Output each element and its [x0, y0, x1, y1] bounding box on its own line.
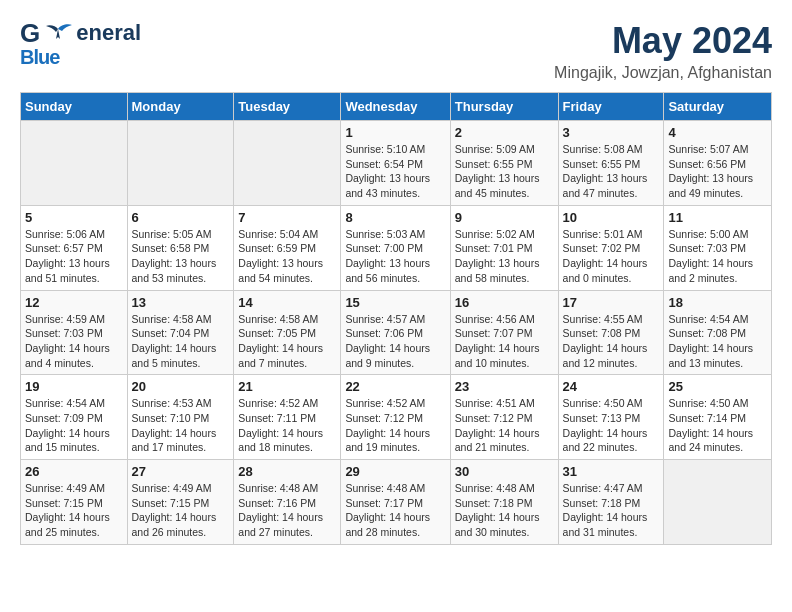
day-info: Sunrise: 4:49 AMSunset: 7:15 PMDaylight:…: [25, 481, 123, 540]
table-row: 29Sunrise: 4:48 AMSunset: 7:17 PMDayligh…: [341, 460, 450, 545]
day-number: 11: [668, 210, 767, 225]
day-number: 13: [132, 295, 230, 310]
table-row: [21, 121, 128, 206]
day-info: Sunrise: 5:03 AMSunset: 7:00 PMDaylight:…: [345, 227, 445, 286]
day-info: Sunrise: 4:55 AMSunset: 7:08 PMDaylight:…: [563, 312, 660, 371]
header-friday: Friday: [558, 93, 664, 121]
calendar-week-row: 5Sunrise: 5:06 AMSunset: 6:57 PMDaylight…: [21, 205, 772, 290]
day-info: Sunrise: 4:58 AMSunset: 7:04 PMDaylight:…: [132, 312, 230, 371]
logo-blue-text: Blue: [20, 46, 59, 69]
day-info: Sunrise: 4:48 AMSunset: 7:18 PMDaylight:…: [455, 481, 554, 540]
logo-bird-icon: [42, 21, 74, 45]
day-number: 28: [238, 464, 336, 479]
day-number: 8: [345, 210, 445, 225]
day-info: Sunrise: 4:51 AMSunset: 7:12 PMDaylight:…: [455, 396, 554, 455]
day-info: Sunrise: 5:10 AMSunset: 6:54 PMDaylight:…: [345, 142, 445, 201]
day-info: Sunrise: 5:04 AMSunset: 6:59 PMDaylight:…: [238, 227, 336, 286]
day-info: Sunrise: 4:58 AMSunset: 7:05 PMDaylight:…: [238, 312, 336, 371]
table-row: 10Sunrise: 5:01 AMSunset: 7:02 PMDayligh…: [558, 205, 664, 290]
header-tuesday: Tuesday: [234, 93, 341, 121]
day-number: 2: [455, 125, 554, 140]
calendar-week-row: 12Sunrise: 4:59 AMSunset: 7:03 PMDayligh…: [21, 290, 772, 375]
table-row: 21Sunrise: 4:52 AMSunset: 7:11 PMDayligh…: [234, 375, 341, 460]
table-row: 31Sunrise: 4:47 AMSunset: 7:18 PMDayligh…: [558, 460, 664, 545]
table-row: 20Sunrise: 4:53 AMSunset: 7:10 PMDayligh…: [127, 375, 234, 460]
calendar-header-row: Sunday Monday Tuesday Wednesday Thursday…: [21, 93, 772, 121]
day-info: Sunrise: 4:50 AMSunset: 7:14 PMDaylight:…: [668, 396, 767, 455]
day-info: Sunrise: 4:49 AMSunset: 7:15 PMDaylight:…: [132, 481, 230, 540]
day-info: Sunrise: 5:00 AMSunset: 7:03 PMDaylight:…: [668, 227, 767, 286]
header-monday: Monday: [127, 93, 234, 121]
calendar-week-row: 19Sunrise: 4:54 AMSunset: 7:09 PMDayligh…: [21, 375, 772, 460]
day-number: 14: [238, 295, 336, 310]
table-row: 18Sunrise: 4:54 AMSunset: 7:08 PMDayligh…: [664, 290, 772, 375]
day-number: 5: [25, 210, 123, 225]
day-number: 26: [25, 464, 123, 479]
table-row: 7Sunrise: 5:04 AMSunset: 6:59 PMDaylight…: [234, 205, 341, 290]
table-row: 2Sunrise: 5:09 AMSunset: 6:55 PMDaylight…: [450, 121, 558, 206]
day-number: 22: [345, 379, 445, 394]
day-info: Sunrise: 4:59 AMSunset: 7:03 PMDaylight:…: [25, 312, 123, 371]
day-number: 27: [132, 464, 230, 479]
day-number: 6: [132, 210, 230, 225]
day-info: Sunrise: 4:48 AMSunset: 7:16 PMDaylight:…: [238, 481, 336, 540]
page-header: G eneral Blue May 2024 Mingajik, Jowzjan…: [20, 20, 772, 82]
table-row: 28Sunrise: 4:48 AMSunset: 7:16 PMDayligh…: [234, 460, 341, 545]
day-number: 21: [238, 379, 336, 394]
table-row: 9Sunrise: 5:02 AMSunset: 7:01 PMDaylight…: [450, 205, 558, 290]
table-row: 30Sunrise: 4:48 AMSunset: 7:18 PMDayligh…: [450, 460, 558, 545]
header-thursday: Thursday: [450, 93, 558, 121]
table-row: 16Sunrise: 4:56 AMSunset: 7:07 PMDayligh…: [450, 290, 558, 375]
table-row: [127, 121, 234, 206]
logo-general-g: G: [20, 20, 40, 46]
day-info: Sunrise: 5:02 AMSunset: 7:01 PMDaylight:…: [455, 227, 554, 286]
day-number: 12: [25, 295, 123, 310]
day-number: 24: [563, 379, 660, 394]
table-row: 4Sunrise: 5:07 AMSunset: 6:56 PMDaylight…: [664, 121, 772, 206]
table-row: 8Sunrise: 5:03 AMSunset: 7:00 PMDaylight…: [341, 205, 450, 290]
table-row: 3Sunrise: 5:08 AMSunset: 6:55 PMDaylight…: [558, 121, 664, 206]
header-sunday: Sunday: [21, 93, 128, 121]
day-info: Sunrise: 4:54 AMSunset: 7:08 PMDaylight:…: [668, 312, 767, 371]
day-number: 16: [455, 295, 554, 310]
header-wednesday: Wednesday: [341, 93, 450, 121]
title-block: May 2024 Mingajik, Jowzjan, Afghanistan: [554, 20, 772, 82]
day-number: 30: [455, 464, 554, 479]
day-number: 29: [345, 464, 445, 479]
day-number: 18: [668, 295, 767, 310]
month-title: May 2024: [554, 20, 772, 62]
day-number: 17: [563, 295, 660, 310]
calendar-week-row: 26Sunrise: 4:49 AMSunset: 7:15 PMDayligh…: [21, 460, 772, 545]
day-number: 3: [563, 125, 660, 140]
day-number: 7: [238, 210, 336, 225]
day-number: 20: [132, 379, 230, 394]
day-number: 9: [455, 210, 554, 225]
day-info: Sunrise: 4:52 AMSunset: 7:12 PMDaylight:…: [345, 396, 445, 455]
day-number: 25: [668, 379, 767, 394]
header-saturday: Saturday: [664, 93, 772, 121]
day-info: Sunrise: 4:50 AMSunset: 7:13 PMDaylight:…: [563, 396, 660, 455]
table-row: [234, 121, 341, 206]
day-info: Sunrise: 4:48 AMSunset: 7:17 PMDaylight:…: [345, 481, 445, 540]
table-row: 23Sunrise: 4:51 AMSunset: 7:12 PMDayligh…: [450, 375, 558, 460]
logo-eneral: eneral: [76, 22, 141, 44]
day-info: Sunrise: 4:53 AMSunset: 7:10 PMDaylight:…: [132, 396, 230, 455]
day-info: Sunrise: 5:08 AMSunset: 6:55 PMDaylight:…: [563, 142, 660, 201]
table-row: 24Sunrise: 4:50 AMSunset: 7:13 PMDayligh…: [558, 375, 664, 460]
calendar-table: Sunday Monday Tuesday Wednesday Thursday…: [20, 92, 772, 545]
table-row: 22Sunrise: 4:52 AMSunset: 7:12 PMDayligh…: [341, 375, 450, 460]
table-row: 5Sunrise: 5:06 AMSunset: 6:57 PMDaylight…: [21, 205, 128, 290]
table-row: 6Sunrise: 5:05 AMSunset: 6:58 PMDaylight…: [127, 205, 234, 290]
table-row: 26Sunrise: 4:49 AMSunset: 7:15 PMDayligh…: [21, 460, 128, 545]
table-row: 25Sunrise: 4:50 AMSunset: 7:14 PMDayligh…: [664, 375, 772, 460]
day-number: 31: [563, 464, 660, 479]
day-info: Sunrise: 4:52 AMSunset: 7:11 PMDaylight:…: [238, 396, 336, 455]
day-info: Sunrise: 4:47 AMSunset: 7:18 PMDaylight:…: [563, 481, 660, 540]
table-row: 12Sunrise: 4:59 AMSunset: 7:03 PMDayligh…: [21, 290, 128, 375]
day-info: Sunrise: 4:57 AMSunset: 7:06 PMDaylight:…: [345, 312, 445, 371]
table-row: 27Sunrise: 4:49 AMSunset: 7:15 PMDayligh…: [127, 460, 234, 545]
day-info: Sunrise: 5:06 AMSunset: 6:57 PMDaylight:…: [25, 227, 123, 286]
day-info: Sunrise: 4:56 AMSunset: 7:07 PMDaylight:…: [455, 312, 554, 371]
day-number: 1: [345, 125, 445, 140]
table-row: 14Sunrise: 4:58 AMSunset: 7:05 PMDayligh…: [234, 290, 341, 375]
